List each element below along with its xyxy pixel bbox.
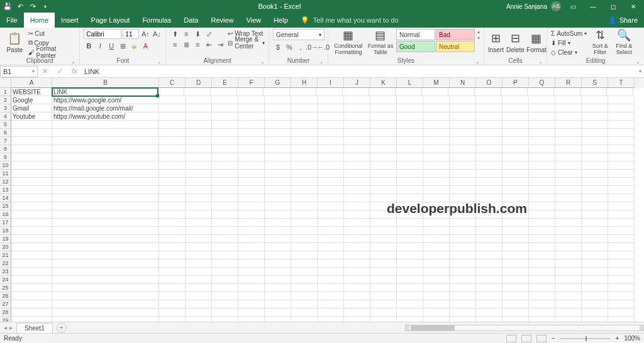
cell-L12[interactable] xyxy=(397,178,423,186)
cell-K5[interactable] xyxy=(370,121,397,129)
cell-S22[interactable] xyxy=(582,259,608,268)
cell-N28[interactable] xyxy=(450,308,476,317)
cell-R12[interactable] xyxy=(555,178,582,186)
cell-B12[interactable] xyxy=(52,178,159,186)
cell-J23[interactable] xyxy=(344,268,370,276)
cell-N12[interactable] xyxy=(450,178,476,186)
cell-H8[interactable] xyxy=(291,145,318,153)
cell-S9[interactable] xyxy=(582,153,608,161)
cell-N17[interactable] xyxy=(450,219,476,227)
cell-A6[interactable] xyxy=(11,129,52,137)
cell-O11[interactable] xyxy=(476,170,502,178)
column-header-Q[interactable]: Q xyxy=(529,78,555,88)
find-select-button[interactable]: 🔍Find & Select xyxy=(613,29,635,57)
cell-G18[interactable] xyxy=(265,227,291,235)
cell-C5[interactable] xyxy=(159,121,186,129)
cell-R3[interactable] xyxy=(555,104,582,112)
cell-I17[interactable] xyxy=(318,219,344,227)
cell-O26[interactable] xyxy=(476,292,502,300)
cell-Q25[interactable] xyxy=(529,284,555,292)
cell-F26[interactable] xyxy=(238,292,265,300)
cell-N22[interactable] xyxy=(450,259,476,268)
cell-C12[interactable] xyxy=(159,178,186,186)
row-header[interactable]: 13 xyxy=(0,186,11,194)
row-header[interactable]: 11 xyxy=(0,170,11,178)
cell-J14[interactable] xyxy=(344,194,370,202)
cell-L27[interactable] xyxy=(397,300,423,308)
cell-C21[interactable] xyxy=(159,251,186,259)
cell-T19[interactable] xyxy=(608,235,635,243)
cell-B1[interactable]: LINK xyxy=(52,87,158,97)
cell-D14[interactable] xyxy=(186,194,212,202)
cell-T10[interactable] xyxy=(608,161,635,170)
row-header[interactable]: 16 xyxy=(0,210,11,219)
cell-T7[interactable] xyxy=(608,137,635,145)
enter-icon[interactable]: ✓ xyxy=(57,67,63,75)
cell-B21[interactable] xyxy=(52,251,159,259)
formula-input[interactable]: LINK xyxy=(82,68,636,75)
row-header[interactable]: 21 xyxy=(0,251,11,259)
cell-S2[interactable] xyxy=(582,96,608,104)
row-header[interactable]: 27 xyxy=(0,300,11,308)
cell-G10[interactable] xyxy=(265,161,291,170)
cell-O15[interactable] xyxy=(476,202,502,210)
cell-M8[interactable] xyxy=(423,145,450,153)
cell-L22[interactable] xyxy=(397,259,423,268)
cell-F7[interactable] xyxy=(238,137,265,145)
cell-R8[interactable] xyxy=(555,145,582,153)
cell-I21[interactable] xyxy=(318,251,344,259)
expand-formula-icon[interactable]: ▾ xyxy=(636,68,644,74)
cell-R27[interactable] xyxy=(555,300,582,308)
cell-K27[interactable] xyxy=(370,300,397,308)
cell-N18[interactable] xyxy=(450,227,476,235)
name-box[interactable]: B1▾ xyxy=(0,66,38,77)
format-table-button[interactable]: ▤ Format as Table xyxy=(367,29,394,57)
cell-P2[interactable] xyxy=(502,96,529,104)
cell-M25[interactable] xyxy=(423,284,450,292)
cell-I25[interactable] xyxy=(318,284,344,292)
cell-B28[interactable] xyxy=(52,308,159,317)
font-size-input[interactable] xyxy=(123,29,139,39)
cell-D5[interactable] xyxy=(186,121,212,129)
column-header-C[interactable]: C xyxy=(159,78,186,88)
cell-H4[interactable] xyxy=(291,112,318,121)
cell-D9[interactable] xyxy=(186,153,212,161)
cell-P4[interactable] xyxy=(502,112,529,121)
underline-button[interactable]: U xyxy=(106,41,116,51)
cell-S18[interactable] xyxy=(582,227,608,235)
cell-L6[interactable] xyxy=(397,129,423,137)
cell-K10[interactable] xyxy=(370,161,397,170)
cell-R13[interactable] xyxy=(555,186,582,194)
cell-F20[interactable] xyxy=(238,243,265,251)
cell-L25[interactable] xyxy=(397,284,423,292)
cell-B4[interactable]: https://www.youtube.com/ xyxy=(52,112,159,121)
cell-G1[interactable] xyxy=(264,88,290,96)
cell-K19[interactable] xyxy=(370,235,397,243)
select-all-corner[interactable] xyxy=(0,78,11,88)
cell-A5[interactable] xyxy=(11,121,52,129)
cell-O24[interactable] xyxy=(476,276,502,284)
cell-H15[interactable] xyxy=(291,202,318,210)
cell-H26[interactable] xyxy=(291,292,318,300)
cell-D22[interactable] xyxy=(186,259,212,268)
fill-color-button[interactable]: ⬙ xyxy=(129,41,139,51)
cell-F4[interactable] xyxy=(238,112,265,121)
cell-L9[interactable] xyxy=(397,153,423,161)
align-top-icon[interactable]: ⬆ xyxy=(170,29,180,39)
cell-D24[interactable] xyxy=(186,276,212,284)
cell-N8[interactable] xyxy=(450,145,476,153)
cell-R4[interactable] xyxy=(555,112,582,121)
cell-T14[interactable] xyxy=(608,194,635,202)
cell-K8[interactable] xyxy=(370,145,397,153)
cell-M14[interactable] xyxy=(423,194,450,202)
cell-J28[interactable] xyxy=(344,308,370,317)
cell-E5[interactable] xyxy=(212,121,238,129)
italic-button[interactable]: I xyxy=(95,41,105,51)
sheet-nav-prev-icon[interactable]: ◂ xyxy=(4,324,7,331)
horizontal-scrollbar[interactable] xyxy=(405,325,644,331)
cell-F23[interactable] xyxy=(238,268,265,276)
cell-A1[interactable]: WEBSITE xyxy=(11,88,52,96)
redo-icon[interactable]: ↷ xyxy=(28,1,38,11)
cell-E15[interactable] xyxy=(212,202,238,210)
share-button[interactable]: 👤 Share xyxy=(602,13,644,28)
